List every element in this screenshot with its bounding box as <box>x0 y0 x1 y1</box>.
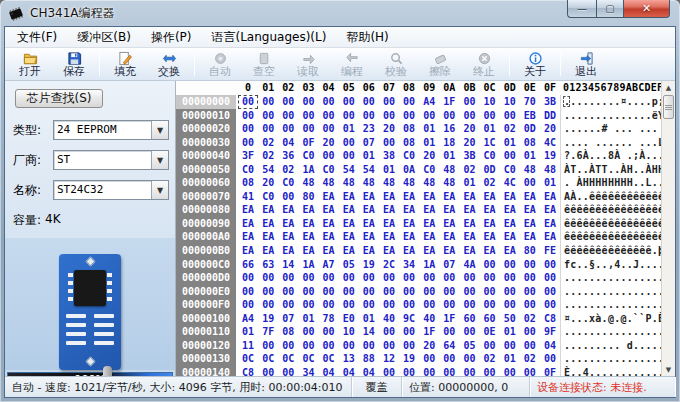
hex-byte-cell[interactable]: 00 <box>419 298 439 312</box>
hex-byte-cell[interactable]: 00 <box>339 271 359 285</box>
hex-byte-cell[interactable]: EA <box>319 203 339 217</box>
hex-byte-cell[interactable]: EA <box>459 203 479 217</box>
hex-byte-cell[interactable]: 1F <box>439 312 459 326</box>
hex-byte-cell[interactable]: 00 <box>278 285 298 299</box>
menu-item[interactable]: 缓冲区(B) <box>67 27 141 48</box>
hex-byte-cell[interactable]: 19 <box>540 149 560 163</box>
hex-byte-cell[interactable]: 00 <box>480 339 500 353</box>
hex-byte-cell[interactable]: EA <box>379 217 399 231</box>
menu-item[interactable]: 帮助(H) <box>336 27 398 48</box>
hex-byte-cell[interactable]: 00 <box>520 366 540 376</box>
hex-byte-cell[interactable]: 00 <box>258 339 278 353</box>
hex-byte-cell[interactable]: EA <box>520 217 540 231</box>
hex-byte-cell[interactable]: 00 <box>459 366 479 376</box>
hex-byte-cell[interactable]: 00 <box>298 325 318 339</box>
hex-byte-cell[interactable]: EA <box>419 217 439 231</box>
hex-byte-cell[interactable]: 01 <box>540 176 560 190</box>
hex-byte-cell[interactable]: 19 <box>399 352 419 366</box>
hex-row-ascii[interactable]: .........¤....p; <box>560 95 661 109</box>
hex-byte-cell[interactable]: EA <box>258 217 278 231</box>
hex-byte-cell[interactable]: 0C <box>278 352 298 366</box>
chevron-down-icon[interactable]: ▼ <box>151 151 168 169</box>
close-button[interactable]: ✕ <box>624 0 670 18</box>
hex-byte-cell[interactable]: 01 <box>459 176 479 190</box>
hex-byte-cell[interactable]: EA <box>258 203 278 217</box>
hex-byte-cell[interactable]: 00 <box>359 298 379 312</box>
toolbar-button-swap[interactable]: 交换 <box>147 49 191 80</box>
hex-byte-cell[interactable]: E0 <box>339 312 359 326</box>
hex-byte-cell[interactable]: EA <box>399 244 419 258</box>
vertical-scrollbar[interactable]: ▲ ▼ <box>661 81 675 376</box>
hex-byte-cell[interactable]: 60 <box>459 312 479 326</box>
hex-row-ascii[interactable]: È..4............ <box>560 366 661 376</box>
hex-byte-cell[interactable]: EA <box>480 190 500 204</box>
hex-byte-cell[interactable]: EA <box>399 230 419 244</box>
hex-byte-cell[interactable]: EA <box>480 244 500 258</box>
hex-byte-cell[interactable]: 00 <box>339 136 359 150</box>
hex-byte-cell[interactable]: 00 <box>480 298 500 312</box>
hex-byte-cell[interactable]: 00 <box>480 271 500 285</box>
hex-byte-cell[interactable]: 02 <box>258 136 278 150</box>
hex-byte-cell[interactable]: 00 <box>359 95 379 109</box>
hex-byte-cell[interactable]: 54 <box>359 163 379 177</box>
hex-byte-cell[interactable]: 1A <box>419 258 439 272</box>
hex-byte-cell[interactable]: 7F <box>258 325 278 339</box>
hex-byte-cell[interactable]: EA <box>459 217 479 231</box>
hex-byte-cell[interactable]: 00 <box>379 271 399 285</box>
hex-byte-cell[interactable]: EA <box>500 190 520 204</box>
hex-byte-cell[interactable]: EA <box>278 217 298 231</box>
hex-byte-cell[interactable]: 20 <box>319 136 339 150</box>
hex-byte-cell[interactable]: 0F <box>298 136 318 150</box>
hex-byte-cell[interactable]: EA <box>278 230 298 244</box>
hex-byte-cell[interactable]: 00 <box>399 298 419 312</box>
hex-byte-cell[interactable]: 00 <box>258 95 278 109</box>
hex-byte-cell[interactable]: 00 <box>339 109 359 123</box>
hex-byte-cell[interactable]: 1A <box>298 163 318 177</box>
hex-byte-cell[interactable]: 00 <box>238 95 258 109</box>
hex-byte-cell[interactable]: 40 <box>419 312 439 326</box>
hex-byte-cell[interactable]: 00 <box>298 298 318 312</box>
hex-byte-cell[interactable]: 0C <box>238 352 258 366</box>
hex-byte-cell[interactable]: 34 <box>298 366 318 376</box>
hex-row-ascii[interactable]: ................ <box>560 271 661 285</box>
hex-byte-cell[interactable]: EA <box>258 244 278 258</box>
hex-byte-cell[interactable]: C0 <box>238 163 258 177</box>
hex-byte-cell[interactable]: 00 <box>319 285 339 299</box>
hex-byte-cell[interactable]: EA <box>238 203 258 217</box>
hex-row-ascii[interactable]: ................ <box>560 298 661 312</box>
hex-byte-cell[interactable]: 00 <box>439 109 459 123</box>
hex-byte-cell[interactable]: 00 <box>419 352 439 366</box>
hex-byte-cell[interactable]: 0A <box>399 163 419 177</box>
hex-byte-cell[interactable]: 01 <box>339 122 359 136</box>
hex-byte-cell[interactable]: 00 <box>459 95 479 109</box>
hex-byte-cell[interactable]: 00 <box>238 136 258 150</box>
hex-byte-cell[interactable]: 00 <box>500 339 520 353</box>
hex-byte-cell[interactable]: 40 <box>379 312 399 326</box>
hex-byte-cell[interactable]: 00 <box>319 271 339 285</box>
hex-byte-cell[interactable]: 08 <box>399 136 419 150</box>
hex-byte-cell[interactable]: 20 <box>459 136 479 150</box>
hex-byte-cell[interactable]: EA <box>359 203 379 217</box>
hex-byte-cell[interactable]: 1F <box>439 95 459 109</box>
hex-byte-cell[interactable]: EA <box>278 203 298 217</box>
hex-byte-cell[interactable]: EA <box>359 230 379 244</box>
hex-byte-cell[interactable]: 00 <box>339 285 359 299</box>
hex-byte-cell[interactable]: C8 <box>238 366 258 376</box>
hex-byte-cell[interactable]: EA <box>379 203 399 217</box>
toolbar-button-blank-check[interactable]: 查空 <box>242 49 286 80</box>
hex-byte-cell[interactable]: 80 <box>520 244 540 258</box>
hex-byte-cell[interactable]: 63 <box>258 258 278 272</box>
hex-byte-cell[interactable]: 08 <box>278 325 298 339</box>
hex-byte-cell[interactable]: 00 <box>399 325 419 339</box>
hex-byte-cell[interactable]: 00 <box>439 366 459 376</box>
hex-byte-cell[interactable]: 48 <box>540 163 560 177</box>
hex-byte-cell[interactable]: 00 <box>500 271 520 285</box>
hex-byte-cell[interactable]: 01 <box>439 149 459 163</box>
hex-byte-cell[interactable]: 07 <box>359 136 379 150</box>
hex-byte-cell[interactable]: 00 <box>319 339 339 353</box>
hex-byte-cell[interactable]: 34 <box>399 258 419 272</box>
hex-byte-cell[interactable]: 07 <box>439 258 459 272</box>
hex-byte-cell[interactable]: EA <box>359 244 379 258</box>
hex-byte-cell[interactable]: 00 <box>319 325 339 339</box>
hex-byte-cell[interactable]: 00 <box>480 285 500 299</box>
